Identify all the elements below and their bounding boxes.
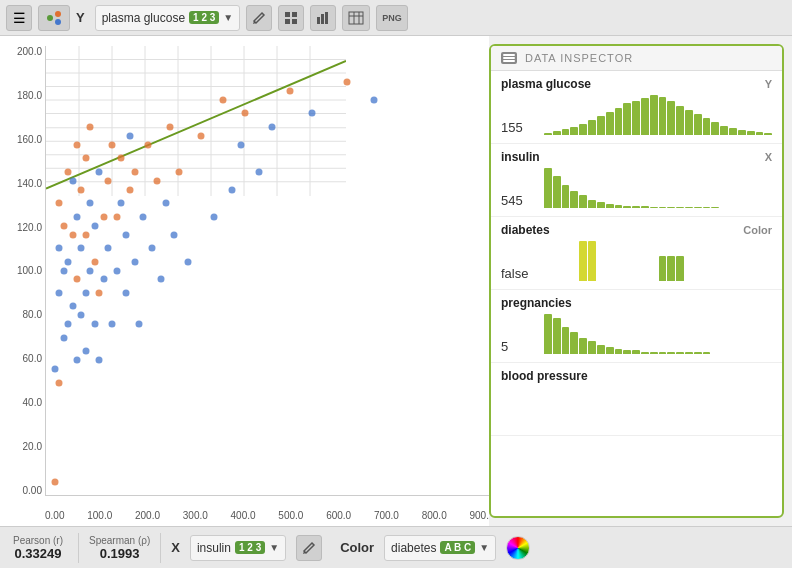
spearman-label: Spearman (ρ): [89, 535, 150, 546]
x-tick-0: 0.00: [45, 510, 64, 521]
table-button[interactable]: [342, 5, 370, 31]
di-section-name-blood-pressure: blood pressure: [501, 369, 588, 383]
svg-rect-4: [292, 12, 297, 17]
scatter-dot: [69, 303, 76, 310]
histogram-bar: [703, 207, 711, 208]
histogram-bar: [544, 168, 552, 208]
histogram-bar: [553, 131, 561, 135]
histogram-bar: [694, 114, 702, 135]
y-variable-selector[interactable]: plasma glucose 1 2 3 ▼: [95, 5, 241, 31]
x-variable-selector[interactable]: insulin 1 2 3 ▼: [190, 535, 286, 561]
scatter-dot: [109, 141, 116, 148]
histogram-bar: [667, 256, 675, 281]
barchart-button[interactable]: [310, 5, 336, 31]
color-wheel-icon[interactable]: [506, 536, 530, 560]
edit-button[interactable]: [246, 5, 272, 31]
x-variable-name: insulin: [197, 541, 231, 555]
x-tick-300: 300.0: [183, 510, 208, 521]
scatter-dot: [60, 267, 67, 274]
scatter-dot: [167, 123, 174, 130]
histogram-bar: [615, 205, 623, 208]
scatter-dot: [158, 276, 165, 283]
histogram-bar: [711, 207, 719, 208]
x-label-bottom: X: [171, 540, 180, 555]
scatter-dot: [60, 222, 67, 229]
histogram-bar: [711, 122, 719, 135]
scatter-dot: [149, 245, 156, 252]
scatter-dot: [122, 231, 129, 238]
histogram-bar: [579, 124, 587, 135]
y-tick-40: 40.0: [2, 397, 42, 408]
logo-button[interactable]: [38, 5, 70, 31]
svg-point-2: [55, 19, 61, 25]
histogram-bar: [659, 97, 667, 135]
scatter-dot: [87, 123, 94, 130]
x-tick-900: 900.: [469, 510, 488, 521]
grid-button[interactable]: [278, 5, 304, 31]
di-axis-x-badge: X: [765, 151, 772, 163]
histogram-bar: [562, 327, 570, 354]
x-type-badge: 1 2 3: [235, 541, 265, 554]
png-label: PNG: [382, 13, 402, 23]
histogram-bar: [685, 110, 693, 135]
histogram-bar: [703, 118, 711, 135]
histogram-bar: [676, 106, 684, 135]
di-histogram-insulin: [544, 168, 772, 208]
color-type-badge: A B C: [440, 541, 475, 554]
png-button[interactable]: PNG: [376, 5, 408, 31]
histogram-bar: [623, 206, 631, 208]
scatter-dot: [255, 168, 262, 175]
scatter-dot: [82, 231, 89, 238]
di-section-name-diabetes: diabetes: [501, 223, 550, 237]
pearson-value: 0.33249: [15, 546, 62, 561]
histogram-bar: [747, 131, 755, 135]
di-value-diabetes: false: [501, 266, 536, 281]
stat-divider-2: [160, 533, 161, 563]
y-dropdown-arrow: ▼: [223, 12, 233, 23]
scatter-dot: [211, 213, 218, 220]
scatter-dot: [60, 334, 67, 341]
scatter-dot: [113, 213, 120, 220]
x-dropdown-arrow: ▼: [269, 542, 279, 553]
scatter-dot: [127, 132, 134, 139]
menu-button[interactable]: ☰: [6, 5, 32, 31]
di-section-diabetes: diabetes Color false: [491, 217, 782, 290]
scatter-dot: [56, 289, 63, 296]
scatter-dot: [69, 177, 76, 184]
x-edit-button[interactable]: [296, 535, 322, 561]
histogram-bar: [588, 200, 596, 208]
histogram-bar: [650, 352, 658, 354]
scatter-dot: [370, 96, 377, 103]
scatter-dot: [100, 276, 107, 283]
scatter-dot: [82, 348, 89, 355]
menu-icon: ☰: [13, 10, 26, 26]
histogram-bar: [720, 126, 728, 135]
color-variable-selector[interactable]: diabetes A B C ▼: [384, 535, 496, 561]
scatter-dot: [51, 366, 58, 373]
scatter-dot: [56, 245, 63, 252]
histogram-bar: [597, 116, 605, 135]
di-section-name-insulin: insulin: [501, 150, 540, 164]
scatter-dot: [131, 168, 138, 175]
histogram-bar: [632, 206, 640, 208]
scatter-dot: [242, 110, 249, 117]
di-histogram-plasma-glucose: [544, 95, 772, 135]
y-axis-labels: 200.0 180.0 160.0 140.0 120.0 100.0 80.0…: [2, 46, 42, 496]
svg-rect-10: [349, 12, 363, 24]
pearson-label: Pearson (r): [13, 535, 63, 546]
scatter-dot: [136, 321, 143, 328]
scatter-dot: [56, 200, 63, 207]
logo-icon: [44, 9, 64, 27]
histogram-bar: [562, 129, 570, 135]
histogram-bar: [544, 314, 552, 354]
svg-rect-8: [321, 14, 324, 24]
histogram-bar: [570, 127, 578, 135]
di-value-pregnancies: 5: [501, 339, 536, 354]
histogram-bar: [597, 345, 605, 354]
scatter-dot: [51, 478, 58, 485]
scatter-dot: [56, 379, 63, 386]
histogram-bar: [544, 133, 552, 135]
histogram-bar: [632, 101, 640, 135]
scatter-dot: [162, 200, 169, 207]
svg-rect-6: [292, 19, 297, 24]
